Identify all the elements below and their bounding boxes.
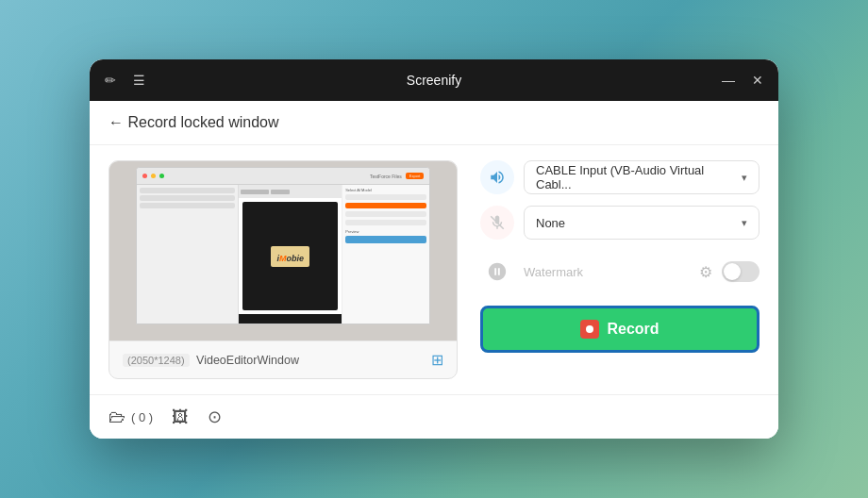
fake-main-top — [239, 185, 342, 198]
minimize-icon[interactable]: — — [722, 74, 735, 87]
record-label: Record — [607, 321, 659, 338]
mic-icon-container — [480, 206, 514, 240]
watermark-label: Watermark — [524, 265, 690, 279]
fake-video-area: iMobie — [242, 202, 338, 310]
fake-item-2 — [345, 203, 426, 208]
record-button[interactable]: Record — [480, 306, 760, 353]
watermark-icon — [480, 255, 514, 289]
watermark-settings-icon[interactable]: ⚙ — [699, 263, 712, 281]
audio-source-value: CABLE Input (VB-Audio Virtual Cabl... — [536, 163, 742, 191]
fake-export-btn: Export — [406, 173, 425, 179]
preview-label: (2050*1248) VideoEditorWindow ⊞ — [109, 340, 457, 378]
title-bar-left-icons: ✏ ☰ — [105, 74, 161, 87]
speaker-icon-container — [480, 160, 514, 194]
fake-main: iMobie — [239, 185, 342, 324]
record-dot-inner — [586, 325, 593, 333]
controls-panel: CABLE Input (VB-Audio Virtual Cabl... ▾ — [480, 160, 760, 379]
record-dot — [580, 320, 599, 339]
watermark-toggle[interactable] — [722, 261, 760, 282]
preview-screen: TestForce Files Export — [109, 161, 457, 340]
window-size: (2050*1248) — [123, 354, 190, 367]
microphone-dropdown[interactable]: None ▾ — [524, 206, 760, 240]
folder-button[interactable]: 🗁 ( 0 ) — [108, 407, 153, 427]
gallery-icon: 🖼 — [172, 407, 189, 427]
preview-panel: TestForce Files Export — [108, 160, 458, 379]
fake-right-panel: Select AI Model Preview — [342, 185, 429, 324]
content-area: TestForce Files Export — [90, 145, 778, 394]
fake-item-4 — [345, 220, 426, 225]
title-bar: ✏ ☰ Screenify — ✕ — [90, 59, 778, 101]
fake-app-body: iMobie Select AI Model — [137, 185, 430, 324]
microphone-value: None — [536, 216, 565, 230]
window-body: ← Record locked window TestForce Files E… — [90, 101, 778, 439]
back-button[interactable]: ← Record locked window — [108, 114, 279, 131]
speaker-icon — [489, 169, 506, 186]
menu-icon[interactable]: ☰ — [133, 74, 145, 87]
microphone-icon — [489, 214, 506, 231]
title-bar-left: ✏ ☰ — [105, 74, 161, 87]
audio-dropdown-arrow: ▾ — [742, 172, 747, 184]
nav-bar: ← Record locked window — [90, 101, 778, 145]
audio-source-dropdown[interactable]: CABLE Input (VB-Audio Virtual Cabl... ▾ — [524, 160, 760, 194]
fake-header: TestForce Files Export — [137, 168, 430, 185]
folder-icon: 🗁 — [108, 407, 125, 427]
screen-capture-icon: ⊙ — [208, 407, 222, 427]
microphone-row: None ▾ — [480, 206, 760, 240]
back-label: ← Record locked window — [108, 114, 279, 131]
bottom-bar: 🗁 ( 0 ) 🖼 ⊙ — [90, 394, 778, 439]
screen-capture-button[interactable]: ⊙ — [208, 407, 222, 427]
fake-item-1 — [345, 194, 426, 200]
fake-sidebar — [137, 185, 240, 324]
folder-count: ( 0 ) — [131, 410, 153, 424]
window-name: VideoEditorWindow — [196, 354, 299, 367]
watermark-controls: ⚙ — [699, 261, 760, 282]
mic-dropdown-arrow: ▾ — [742, 217, 747, 229]
app-preview-thumbnail: TestForce Files Export — [136, 167, 431, 324]
fake-item-3 — [345, 211, 426, 217]
toggle-knob — [724, 263, 741, 280]
gallery-button[interactable]: 🖼 — [172, 407, 189, 427]
close-icon[interactable]: ✕ — [752, 74, 763, 87]
app-window: ✏ ☰ Screenify — ✕ ← Record locked window — [90, 59, 778, 439]
window-toggle-icon[interactable]: ⊞ — [431, 351, 443, 369]
watermark-row: Watermark ⚙ — [480, 251, 760, 289]
audio-source-row: CABLE Input (VB-Audio Virtual Cabl... ▾ — [480, 160, 760, 194]
app-title: Screenify — [407, 73, 461, 88]
edit-icon[interactable]: ✏ — [105, 74, 116, 87]
